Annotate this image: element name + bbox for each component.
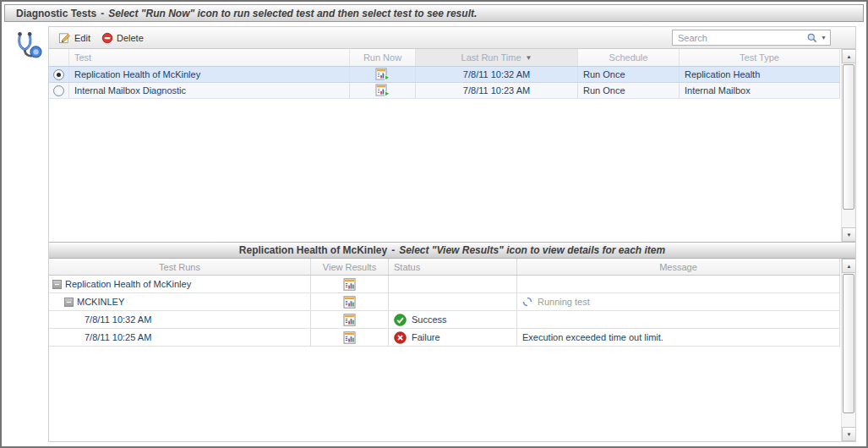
check-circle-icon <box>394 314 407 326</box>
results-grid-scrollbar[interactable]: ▲ ▼ <box>841 259 855 441</box>
status-label: Failure <box>412 332 440 342</box>
triangle-down-icon: ▼ <box>526 54 532 62</box>
window-title-bar: Diagnostic Tests - Select "Run Now" icon… <box>4 4 864 22</box>
test-run-label-cell: 7/8/11 10:32 AM <box>49 311 311 328</box>
minus-box-icon[interactable] <box>52 280 62 289</box>
test-run-label-cell: MCKINLEY <box>49 293 311 310</box>
schedule: Run Once <box>578 67 680 82</box>
scrollbar-thumb[interactable] <box>843 274 854 413</box>
minus-circle-icon <box>101 32 113 44</box>
last-run-time: 7/8/11 10:32 AM <box>416 67 578 82</box>
diagnostic-tests-window: Diagnostic Tests - Select "Run Now" icon… <box>0 0 868 448</box>
toolbar: Edit Delete ▼ <box>49 27 855 49</box>
message-cell <box>517 276 840 292</box>
radio-column-header <box>49 49 69 66</box>
test-run-label-cell: Replication Health of McKinley <box>49 276 311 292</box>
delete-button-label: Delete <box>117 33 144 43</box>
spinner-icon <box>522 297 532 307</box>
view-results-cell[interactable] <box>311 293 389 310</box>
results-section-hint: Select "View Results" icon to view detai… <box>399 244 665 256</box>
view-results-cell[interactable] <box>311 311 389 328</box>
scroll-down-button[interactable]: ▼ <box>842 427 855 441</box>
test-run-label: MCKINLEY <box>77 297 124 307</box>
test-type: Replication Health <box>680 67 840 82</box>
content-panel: Edit Delete ▼ <box>48 26 856 442</box>
tests-grid-header: Test Run Now Last Run Time ▼ Schedule Te… <box>49 49 840 67</box>
view-results-cell[interactable] <box>311 329 389 346</box>
test-row-replication-health[interactable]: Replication Health of McKinley <box>49 67 840 83</box>
running-test-label: Running test <box>538 297 590 307</box>
result-row-success[interactable]: 7/8/11 10:32 AM <box>49 311 840 329</box>
column-header-view-results[interactable]: View Results <box>311 259 389 275</box>
test-type: Internal Mailbox <box>680 83 840 98</box>
result-row-test-root[interactable]: Replication Health of McKinley <box>49 276 840 293</box>
results-title-separator: - <box>391 244 395 256</box>
status-cell <box>389 293 517 310</box>
result-row-server[interactable]: MCKINLEY <box>49 293 840 311</box>
column-header-run-now[interactable]: Run Now <box>350 49 416 66</box>
run-now-cell[interactable] <box>350 83 416 98</box>
column-header-last-run-time[interactable]: Last Run Time ▼ <box>416 49 578 66</box>
column-header-schedule[interactable]: Schedule <box>578 49 680 66</box>
search-input[interactable] <box>676 32 806 44</box>
magnifier-icon[interactable] <box>806 32 818 44</box>
result-row-failure[interactable]: 7/8/11 10:25 AM <box>49 329 840 347</box>
report-chart-icon[interactable] <box>343 296 356 309</box>
message-cell: Running test <box>517 293 840 310</box>
column-header-test-type[interactable]: Test Type <box>680 49 840 66</box>
scroll-up-button[interactable]: ▲ <box>842 259 855 273</box>
status-label: Success <box>412 314 447 325</box>
column-header-message[interactable]: Message <box>517 259 840 275</box>
test-run-label: 7/8/11 10:25 AM <box>85 332 151 342</box>
title-separator: - <box>101 8 104 19</box>
results-grid-header: Test Runs View Results Status Message <box>49 259 840 276</box>
report-chart-icon[interactable] <box>343 278 356 291</box>
radio-icon <box>53 69 64 80</box>
row-radio[interactable] <box>49 67 69 82</box>
delete-button[interactable]: Delete <box>97 30 150 46</box>
status-cell <box>389 276 517 292</box>
report-chart-icon[interactable] <box>343 314 356 326</box>
title-hint: Select "Run Now" icon to run selected te… <box>108 8 477 19</box>
scroll-up-button[interactable]: ▲ <box>842 49 855 63</box>
test-name: Replication Health of McKinley <box>69 67 350 82</box>
report-chart-icon[interactable] <box>343 331 356 344</box>
message-cell: Execution exceeded time out limit. <box>517 329 840 346</box>
page-title: Diagnostic Tests <box>16 8 96 19</box>
stethoscope-icon <box>12 30 44 62</box>
schedule: Run Once <box>578 83 680 98</box>
failure-message: Execution exceeded time out limit. <box>522 332 663 342</box>
status-cell: Success <box>389 311 517 328</box>
test-run-label-cell: 7/8/11 10:25 AM <box>49 329 311 346</box>
report-run-icon[interactable] <box>375 84 390 97</box>
test-run-label: Replication Health of McKinley <box>65 279 191 289</box>
tests-grid-scrollbar[interactable]: ▲ ▼ <box>841 49 855 242</box>
run-now-cell[interactable] <box>350 67 416 82</box>
last-run-time: 7/8/11 10:23 AM <box>416 83 578 98</box>
message-cell <box>517 311 840 328</box>
edit-button-label: Edit <box>74 33 90 43</box>
pencil-icon <box>58 31 71 44</box>
scroll-down-button[interactable]: ▼ <box>842 227 855 242</box>
chevron-down-icon[interactable]: ▼ <box>821 35 827 41</box>
results-section-header: Replication Health of McKinley - Select … <box>49 242 855 259</box>
edit-button[interactable]: Edit <box>54 29 97 46</box>
radio-icon <box>53 85 64 96</box>
test-run-label: 7/8/11 10:32 AM <box>85 314 151 325</box>
test-row-internal-mailbox[interactable]: Internal Mailbox Diagnostic <box>49 83 840 99</box>
search-box[interactable]: ▼ <box>672 30 831 46</box>
tests-grid: Test Run Now Last Run Time ▼ Schedule Te… <box>49 49 855 242</box>
status-cell: Failure <box>389 329 517 346</box>
column-header-test-runs[interactable]: Test Runs <box>49 259 311 275</box>
results-section-title: Replication Health of McKinley <box>239 244 387 256</box>
column-header-test[interactable]: Test <box>69 49 350 66</box>
view-results-cell[interactable] <box>311 276 389 292</box>
results-grid: Test Runs View Results Status Message Re… <box>49 259 855 441</box>
report-run-icon[interactable] <box>375 68 390 81</box>
column-header-status[interactable]: Status <box>389 259 517 275</box>
x-circle-icon <box>394 331 407 344</box>
scrollbar-thumb[interactable] <box>843 64 854 210</box>
test-name: Internal Mailbox Diagnostic <box>69 83 350 98</box>
minus-box-icon[interactable] <box>64 298 74 307</box>
row-radio[interactable] <box>49 83 69 98</box>
